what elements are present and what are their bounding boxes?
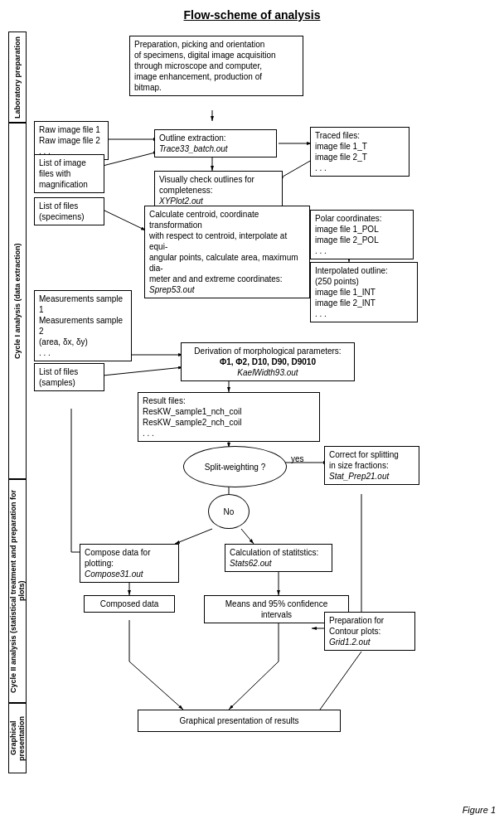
cycle1-label: Cycle I analysis (data extraction) (8, 123, 27, 479)
correct-splitting-box: Correct for splittingin size fractions: … (324, 446, 419, 485)
result-files-box: Result files: ResKW_sample1_nch_coil Res… (138, 392, 320, 442)
compose-data-box: Compose data for plotting: Compose31.out (80, 544, 179, 583)
derivation-box: Derivation of morphological parameters: … (181, 342, 355, 381)
visual-check-box: Visually check outlines for completeness… (154, 171, 283, 210)
graphical-presentation-box: Graphical presentation of results (138, 710, 341, 732)
polar-coordinates-box: Polar coordinates: image file 1_POL imag… (310, 210, 414, 259)
composed-data-box: Composed data (84, 595, 175, 613)
svg-line-22 (175, 529, 212, 544)
calculation-stats-box: Calculation of statitstics: Stats62.out (225, 544, 332, 572)
list-specimens-box: List of files(specimens) (34, 197, 104, 225)
measurements-box: Measurements sample 1 Measurements sampl… (34, 290, 132, 361)
list-samples-box: List of files(samples) (34, 363, 104, 391)
svg-line-23 (241, 529, 254, 544)
split-weighting-box: Split-weighting ? (183, 446, 287, 487)
no-circle: No (208, 494, 250, 529)
figure-label: Figure 1 (463, 805, 496, 815)
graphical-label: Graphical presentation (8, 703, 27, 773)
interpolated-outline-box: Interpolated outline: (250 points) image… (310, 262, 418, 322)
svg-line-6 (279, 160, 312, 179)
yes-label: yes (291, 454, 304, 463)
calculate-centroid-box: Calculate centroid, coordinate transform… (144, 206, 310, 298)
page-title: Flow-scheme of analysis (8, 8, 496, 22)
svg-line-31 (229, 662, 279, 710)
preparation-contour-box: Preparation forContour plots: Grid1.2.ou… (324, 612, 415, 651)
svg-line-8 (103, 210, 146, 230)
traced-files-box: Traced files: image file 1_T image file … (310, 127, 410, 177)
flow-area: Preparation, picking and orientation of … (30, 32, 496, 778)
main-container: Laboratory preparation Cycle I analysis … (8, 32, 496, 778)
page: Flow-scheme of analysis Laboratory prepa… (0, 0, 504, 819)
lab-label: Laboratory preparation (8, 32, 27, 123)
svg-line-15 (103, 367, 183, 376)
outline-extraction-box: Outline extraction: Trace33_batch.out (154, 129, 277, 158)
svg-line-29 (129, 662, 183, 710)
list-magnification-box: List of imagefiles withmagnification (34, 154, 104, 193)
preparation-box: Preparation, picking and orientation of … (129, 36, 303, 96)
side-labels: Laboratory preparation Cycle I analysis … (8, 32, 27, 778)
svg-line-3 (103, 152, 158, 166)
cycle2-label: Cycle II analysis (statistical treatment… (8, 479, 27, 703)
